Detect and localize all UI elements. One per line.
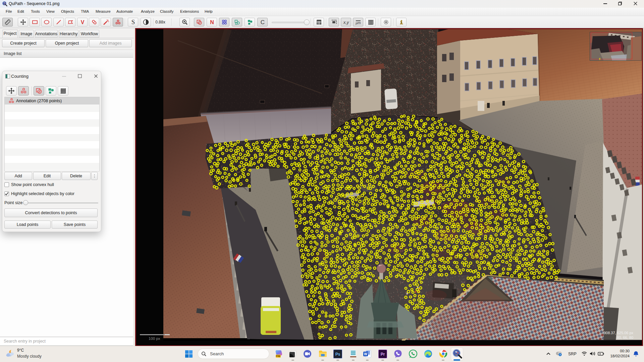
svg-text:S: S: [131, 19, 135, 25]
svg-text:N: N: [210, 19, 214, 25]
svg-text:x,y: x,y: [343, 20, 349, 25]
svg-text:μm: μm: [355, 21, 361, 25]
svg-text:Pr: Pr: [381, 352, 385, 357]
svg-text:C: C: [260, 19, 264, 25]
svg-text:V: V: [80, 19, 84, 25]
svg-text:Ps: Ps: [335, 352, 340, 357]
svg-text:W: W: [364, 352, 367, 356]
svg-text:PRE: PRE: [276, 355, 281, 357]
